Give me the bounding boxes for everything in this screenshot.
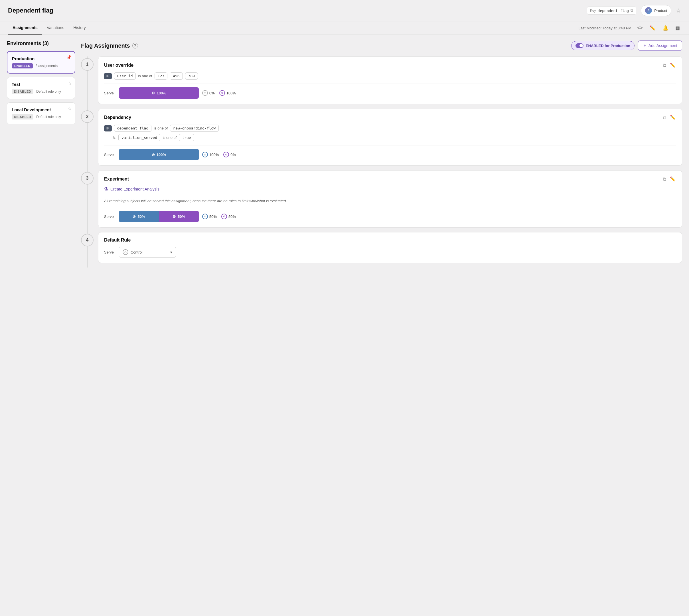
assignment-row-3: 3 Experiment ⧉ ✏️ ⚗ Create Experiment An… (81, 170, 682, 227)
tab-assignments[interactable]: Assignments (8, 21, 42, 35)
card-header-3: Experiment ⧉ ✏️ (104, 176, 676, 182)
enabled-pill[interactable]: ENABLED for Production (571, 41, 635, 50)
product-avatar: P (645, 7, 652, 14)
tab-history[interactable]: History (69, 21, 90, 35)
value-tag-1c: 789 (185, 72, 198, 80)
field-tag-2: dependent_flag (114, 125, 152, 132)
stat-pct-3b: 50% (228, 215, 236, 219)
serve-bar-blue-3: ⊘ 50% (119, 211, 159, 222)
step-circle-4: 4 (81, 234, 93, 246)
default-rule-title: Default Rule (104, 238, 131, 243)
serve-stats-2: ⊘ 100% ⚙ 0% (202, 152, 236, 157)
key-badge: Key dependent-flag ⧉ (587, 6, 636, 15)
env-sub-test: Default rule only (36, 90, 61, 93)
stat-item-1a: ◌ 0% (202, 90, 215, 96)
env-sub-production: 3 assignments (36, 64, 58, 68)
gear-icon-3: ⚙ (173, 215, 176, 219)
nav-tabs: Assignments Variations History Last Modi… (0, 21, 689, 35)
stat-item-1b: ⚙ 100% (219, 90, 236, 96)
card-actions-2: ⧉ ✏️ (662, 114, 676, 120)
chevron-down-icon: ▾ (170, 250, 172, 255)
code-view-button[interactable]: <> (636, 24, 644, 32)
toggle-switch[interactable] (576, 43, 583, 48)
card-title-1: User override (104, 63, 133, 68)
serve-label-2: Serve (104, 153, 115, 157)
env-status-row-local: DISABLED Default rule only (12, 114, 70, 119)
serve-bar-blue-2: ⊘ 100% (119, 149, 199, 160)
serve-pct-blue-3: 50% (137, 215, 145, 219)
layout-button[interactable]: ▦ (674, 24, 681, 32)
notifications-button[interactable]: 🔔 (661, 24, 670, 32)
favorite-button[interactable]: ☆ (676, 7, 681, 14)
stat-pct-1a: 0% (209, 91, 215, 95)
serve-stats-3: ⊘ 50% ⚙ 50% (202, 214, 236, 219)
env-sub-local: Default rule only (36, 115, 61, 119)
assignments-list: 1 User override ⧉ ✏️ IF user_id is one o… (81, 57, 682, 267)
value-tag-1b: 456 (170, 72, 182, 80)
serve-label-1: Serve (104, 91, 115, 95)
create-experiment-link[interactable]: ⚗ Create Experiment Analysis (104, 186, 676, 195)
last-modified-text: Last Modified: Today at 3:48 PM (579, 26, 631, 30)
duplicate-button-2[interactable]: ⧉ (662, 114, 666, 120)
sidebar-title: Environments (3) (7, 41, 75, 46)
serve-row-2: Serve ⊘ 100% ⊘ 100% (104, 145, 676, 160)
card-header-1: User override ⧉ ✏️ (104, 62, 676, 68)
operator-text-1: is one of (138, 74, 152, 78)
edit-button-2[interactable]: ✏️ (669, 114, 676, 120)
add-assignment-label: Add Assignment (648, 43, 677, 48)
default-value-text: Control (131, 250, 142, 255)
stat-pct-2b: 0% (230, 153, 236, 157)
edit-button[interactable]: ✏️ (648, 24, 657, 32)
tab-variations[interactable]: Variations (42, 21, 69, 35)
assignment-card-experiment: Experiment ⧉ ✏️ ⚗ Create Experiment Anal… (98, 170, 682, 227)
env-star-test[interactable]: ☆ (68, 81, 72, 86)
env-name-production: Production (12, 56, 70, 61)
default-value-select[interactable]: ◌ Control ▾ (119, 247, 176, 258)
edit-button-1[interactable]: ✏️ (669, 62, 676, 68)
stat-circle-purple-3: ⚙ (221, 214, 227, 219)
serve-bar-purple-3: ⚙ 50% (159, 211, 199, 222)
env-card-test[interactable]: ☆ Test DISABLED Default rule only (7, 77, 75, 99)
add-assignment-button[interactable]: ＋ Add Assignment (638, 41, 682, 51)
if-badge-2: IF (104, 125, 112, 131)
serve-bars-1: ⚙ 100% (119, 87, 199, 99)
serve-bars-2: ⊘ 100% (119, 149, 199, 160)
assignment-row-4: 4 Default Rule Serve ◌ Control ▾ (81, 232, 682, 263)
env-star-local[interactable]: ☆ (68, 106, 72, 111)
condition-row-2a: IF dependent_flag is one of new-onboardi… (104, 125, 676, 132)
key-value: dependent-flag (598, 8, 629, 13)
card-title-2: Dependency (104, 115, 131, 120)
product-button[interactable]: P Product (641, 5, 671, 16)
stat-circle-blue-3: ⊘ (202, 214, 208, 219)
assignment-row-1: 1 User override ⧉ ✏️ IF user_id is one o… (81, 57, 682, 104)
control-icon: ◌ (123, 249, 128, 255)
add-icon: ＋ (643, 43, 647, 48)
serve-bar-purple-1: ⚙ 100% (119, 87, 199, 99)
step-circle-2: 2 (81, 110, 93, 123)
gear-icon-1: ⚙ (151, 91, 155, 95)
operator-text-2: is one of (154, 126, 168, 130)
info-icon[interactable]: ? (132, 43, 138, 48)
duplicate-button-3[interactable]: ⧉ (662, 176, 666, 182)
create-experiment-label: Create Experiment Analysis (110, 187, 159, 191)
card-title-3: Experiment (104, 177, 129, 182)
product-label: Product (654, 8, 667, 13)
panel-header: Flag Assignments ? ENABLED for Productio… (81, 41, 682, 51)
main-content: Environments (3) 📌 Production ENABLED 3 … (0, 35, 689, 616)
edit-button-3[interactable]: ✏️ (669, 176, 676, 182)
value-tag-2a: new-onboarding-flow (170, 125, 219, 132)
env-card-local[interactable]: ☆ Local Development DISABLED Default rul… (7, 102, 75, 124)
field-tag-1: user_id (114, 72, 136, 80)
card-actions-3: ⧉ ✏️ (662, 176, 676, 182)
panel-title-group: Flag Assignments ? (81, 43, 138, 49)
duplicate-button-1[interactable]: ⧉ (662, 62, 666, 68)
env-status-row-test: DISABLED Default rule only (12, 89, 70, 94)
env-status-row-production: ENABLED 3 assignments (12, 63, 70, 68)
env-card-production[interactable]: 📌 Production ENABLED 3 assignments (7, 51, 75, 73)
sub-value-tag-2: true (179, 134, 194, 141)
stat-pct-1b: 100% (226, 91, 236, 95)
copy-icon[interactable]: ⧉ (630, 8, 633, 13)
default-rule-header: Default Rule (104, 238, 676, 243)
env-badge-local: DISABLED (12, 114, 34, 119)
stat-circle-blue-2: ⊘ (202, 152, 208, 157)
